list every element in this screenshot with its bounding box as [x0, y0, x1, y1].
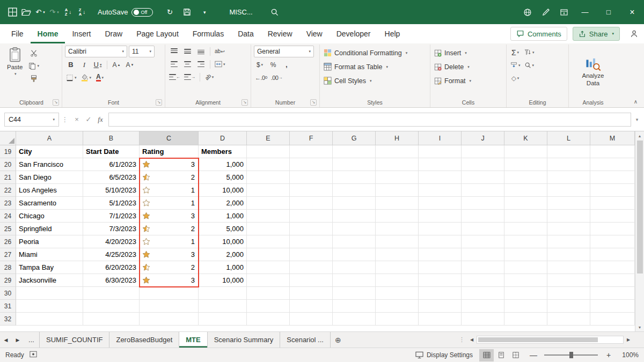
share-button[interactable]: Share ▾ [573, 27, 620, 41]
cell-J27[interactable] [462, 248, 504, 261]
column-header-L[interactable]: L [547, 131, 590, 145]
cell-K26[interactable] [504, 235, 547, 248]
cell-C25[interactable]: 2 [140, 223, 199, 235]
cell-J32[interactable] [462, 313, 504, 326]
cell-E19[interactable] [247, 145, 290, 158]
analyze-data-button[interactable]: Analyze Data [576, 55, 610, 87]
present-online-icon[interactable] [518, 4, 537, 20]
cell-K27[interactable] [504, 248, 547, 261]
cell-D21[interactable]: 5,000 [199, 171, 247, 184]
increase-decimal-icon[interactable]: ←.00 [254, 72, 268, 83]
formula-input[interactable] [108, 113, 631, 127]
cell-L31[interactable] [547, 300, 590, 313]
merge-center-icon[interactable]: ▾ [214, 58, 226, 70]
cell-D24[interactable]: 1,000 [199, 210, 247, 223]
delete-cells-button[interactable]: Delete▾ [433, 61, 503, 73]
cell-J24[interactable] [462, 210, 504, 223]
cell-F29[interactable] [290, 274, 333, 287]
more-commands-chevron-icon[interactable]: ▾ [197, 4, 211, 20]
zoom-in-button[interactable]: + [604, 351, 613, 359]
cell-D30[interactable] [199, 287, 247, 300]
cell-A28[interactable]: Tampa Bay [16, 261, 83, 274]
undo-icon[interactable]: ↶▾ [33, 4, 47, 20]
sheet-tab-sumif-countif[interactable]: SUMIF_COUNTIF [40, 332, 109, 348]
decrease-decimal-icon[interactable]: .00→ [270, 72, 283, 83]
cell-H22[interactable] [376, 184, 419, 197]
underline-button[interactable]: U▾ [92, 59, 104, 70]
zoom-slider[interactable] [544, 354, 598, 356]
cell-G26[interactable] [333, 235, 376, 248]
row-header-24[interactable]: 24 [0, 210, 16, 223]
ribbon-tab-formulas[interactable]: Formulas [186, 24, 231, 43]
cell-L25[interactable] [547, 223, 590, 235]
display-settings-button[interactable]: Display Settings [415, 351, 473, 359]
draw-pen-icon[interactable] [537, 4, 555, 20]
hscroll-left-arrow[interactable]: ◀ [467, 337, 477, 342]
sort-filter-button[interactable]: ▾ [523, 47, 536, 58]
cell-J23[interactable] [462, 197, 504, 210]
column-header-J[interactable]: J [462, 131, 504, 145]
cell-C24[interactable]: 3 [140, 210, 199, 223]
decrease-font-size-button[interactable]: A▼ [124, 59, 136, 70]
cell-J30[interactable] [462, 287, 504, 300]
cell-E23[interactable] [247, 197, 290, 210]
cell-L20[interactable] [547, 158, 590, 171]
cell-I25[interactable] [419, 223, 462, 235]
cell-H28[interactable] [376, 261, 419, 274]
insert-cells-button[interactable]: Insert▾ [433, 47, 503, 59]
font-color-button[interactable]: A▾ [94, 72, 106, 83]
column-header-M[interactable]: M [590, 131, 635, 145]
person-icon[interactable] [630, 29, 639, 38]
row-header-20[interactable]: 20 [0, 158, 16, 171]
macro-record-icon[interactable] [30, 351, 37, 359]
cell-F28[interactable] [290, 261, 333, 274]
cell-F20[interactable] [290, 158, 333, 171]
cell-M24[interactable] [590, 210, 635, 223]
row-header-31[interactable]: 31 [0, 300, 16, 313]
center-icon[interactable] [181, 58, 193, 70]
cell-D27[interactable]: 2,000 [199, 248, 247, 261]
cell-H24[interactable] [376, 210, 419, 223]
cell-C28[interactable]: 2 [140, 261, 199, 274]
cell-A31[interactable] [16, 300, 83, 313]
cell-L24[interactable] [547, 210, 590, 223]
cell-L22[interactable] [547, 184, 590, 197]
cell-H23[interactable] [376, 197, 419, 210]
sheet-tab-scenario-summary[interactable]: Scenario Summary [208, 332, 281, 348]
cell-styles-button[interactable]: Cell Styles▾ [323, 75, 427, 87]
font-name-select[interactable]: Calibri▾ [65, 46, 127, 57]
name-box[interactable]: C44▾ [4, 113, 59, 127]
bold-button[interactable]: B [65, 59, 77, 70]
cell-D20[interactable]: 1,000 [199, 158, 247, 171]
cell-L27[interactable] [547, 248, 590, 261]
cell-L19[interactable] [547, 145, 590, 158]
conditional-formatting-button[interactable]: Conditional Formatting▾ [323, 47, 427, 59]
decrease-indent-icon[interactable]: ← [168, 71, 181, 83]
cell-E21[interactable] [247, 171, 290, 184]
vertical-scrollbar[interactable]: ▲ ▼ [635, 131, 644, 331]
cell-I24[interactable] [419, 210, 462, 223]
cell-M25[interactable] [590, 223, 635, 235]
align-left-icon[interactable] [168, 58, 180, 70]
cell-I31[interactable] [419, 300, 462, 313]
autosave-switch[interactable]: Off [131, 8, 153, 17]
cell-G21[interactable] [333, 171, 376, 184]
cell-K25[interactable] [504, 223, 547, 235]
sheet-tab-mte[interactable]: MTE [179, 332, 207, 348]
cell-M32[interactable] [590, 313, 635, 326]
cell-K24[interactable] [504, 210, 547, 223]
cell-K22[interactable] [504, 184, 547, 197]
cell-K29[interactable] [504, 274, 547, 287]
ribbon-tab-developer[interactable]: Developer [330, 24, 378, 43]
bottom-align-icon[interactable] [195, 46, 207, 57]
ribbon-tab-page-layout[interactable]: Page Layout [129, 24, 186, 43]
hscroll-track[interactable] [477, 336, 624, 344]
middle-align-icon[interactable] [181, 46, 193, 57]
ribbon-display-options-icon[interactable] [555, 4, 573, 20]
cell-M31[interactable] [590, 300, 635, 313]
cell-I28[interactable] [419, 261, 462, 274]
column-header-G[interactable]: G [333, 131, 376, 145]
new-sheet-button[interactable]: ⊕ [331, 332, 346, 348]
cell-G20[interactable] [333, 158, 376, 171]
enter-icon[interactable]: ✓ [83, 113, 94, 126]
